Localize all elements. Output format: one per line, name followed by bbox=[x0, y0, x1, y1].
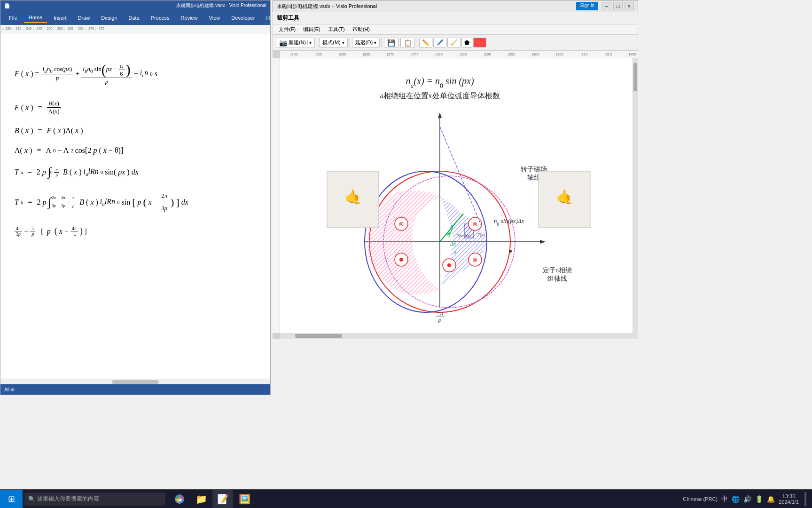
visio-main-area: |250 |255 |260 |265 |270 |275 |280 |285 … bbox=[273, 51, 638, 339]
network-icon[interactable]: 🌐 bbox=[732, 495, 740, 503]
save-icon: 💾 bbox=[387, 39, 395, 47]
system-clock[interactable]: 13:30 2024/1/1 bbox=[779, 493, 799, 505]
pen-icon: ✏️ bbox=[422, 39, 429, 46]
visio-horizontal-scrollbar[interactable] bbox=[280, 333, 638, 339]
word-title-bar: 📄 永磁同步电机建模.vsdx - Visio Professional bbox=[0, 0, 270, 11]
copy-button[interactable]: 📋 bbox=[400, 38, 415, 48]
chrome-icon bbox=[174, 493, 185, 505]
word-file-icon: 📄 bbox=[4, 3, 10, 8]
formula-Tb: Tb = 2p ∫ 2π 3p 2π 3p + π p bbox=[15, 190, 256, 214]
new-icon: 📷 bbox=[279, 39, 287, 47]
ruler: | -230| -235| -240| -245| -250| -255| -2… bbox=[0, 25, 270, 33]
show-desktop-button[interactable] bbox=[804, 492, 806, 506]
taskbar-tray: Chinese (PRC) 中 🌐 🔊 🔋 🔔 13:30 2024/1/1 bbox=[677, 492, 812, 506]
clip-tool-toolbar: 📷 新建(N) ▾ 模式(M) ▾ 延迟(D) ▾ 💾 📋 ✏️ 🖊️ 🧹 ⬟ bbox=[273, 35, 638, 51]
word-icon: 📝 bbox=[217, 493, 229, 505]
tab-file[interactable]: File bbox=[4, 13, 22, 23]
minimize-button[interactable]: − bbox=[602, 2, 611, 10]
visio-canvas[interactable]: na(x) = n0 sin (px) a相绕组在位置x处单位弧度导体根数 bbox=[280, 58, 632, 333]
word-horizontal-scrollbar[interactable] bbox=[0, 379, 270, 384]
visio-canvas-area: na(x) = n0 sin (px) a相绕组在位置x处单位弧度导体根数 bbox=[273, 58, 638, 333]
menu-tools[interactable]: 工具(T) bbox=[325, 25, 348, 34]
hand-icon-left: 🤙 bbox=[344, 189, 362, 206]
far-dot bbox=[509, 250, 512, 253]
cross-symbol-2: ⊗ bbox=[472, 256, 478, 263]
sign-in-button[interactable]: Sign in bbox=[576, 2, 598, 10]
explorer-icon: 📁 bbox=[195, 493, 207, 505]
taskbar-app4[interactable]: 🖼️ bbox=[234, 490, 255, 508]
menu-file[interactable]: 文件(F) bbox=[276, 25, 298, 34]
power-icon[interactable]: 🔋 bbox=[755, 495, 763, 503]
word-title-text: 永磁同步电机建模.vsdx - Visio Professional bbox=[176, 2, 266, 9]
separator-3 bbox=[382, 38, 382, 48]
x-axis-arrow bbox=[540, 240, 546, 244]
drawing-tools: ✏️ 🖊️ 🧹 ⬟ 📍 bbox=[419, 38, 486, 48]
tab-home[interactable]: Home bbox=[24, 13, 47, 23]
tab-data[interactable]: Data bbox=[124, 13, 144, 23]
extend-dropdown[interactable]: 延迟(D) ▾ bbox=[352, 38, 380, 48]
clip-tool-label: 截剪工具 bbox=[277, 14, 299, 22]
window-controls: Sign in − □ × bbox=[576, 2, 634, 10]
separator-4 bbox=[417, 38, 417, 48]
start-button[interactable]: ⊞ bbox=[0, 490, 23, 508]
pen-tool[interactable]: ✏️ bbox=[419, 38, 432, 48]
copy-icon: 📋 bbox=[404, 39, 412, 47]
conductor-formula-label: n0 sin(px)Δx bbox=[494, 217, 524, 227]
language-indicator[interactable]: Chinese (PRC) bbox=[683, 496, 718, 502]
cross-symbol-1: ⊗ bbox=[472, 220, 478, 228]
date-display: 2024/1/1 bbox=[779, 499, 799, 505]
h-scroll-thumb[interactable] bbox=[295, 334, 342, 338]
tab-process[interactable]: Process bbox=[146, 13, 174, 23]
tab-view[interactable]: View bbox=[204, 13, 225, 23]
eraser-tool[interactable]: 🧹 bbox=[447, 38, 461, 48]
tab-design[interactable]: Design bbox=[96, 13, 122, 23]
pin-tool[interactable]: 📍 bbox=[473, 38, 486, 48]
dot-symbol-1 bbox=[399, 258, 403, 262]
visio-vertical-ruler bbox=[273, 58, 280, 333]
word-scroll-thumb[interactable] bbox=[112, 380, 159, 384]
tab-draw[interactable]: Draw bbox=[73, 13, 95, 23]
menu-help[interactable]: 帮助(H) bbox=[350, 25, 373, 34]
volume-icon[interactable]: 🔊 bbox=[743, 495, 751, 503]
taskbar: ⊞ 🔍 这里输入你要搜索的内容 📁 📝 🖼️ Chi bbox=[0, 489, 812, 508]
menu-edit[interactable]: 编辑(E) bbox=[300, 25, 323, 34]
formula-F2: F(x) = B(x) Λ(x) bbox=[15, 100, 256, 115]
pencil-tool[interactable]: 🖊️ bbox=[433, 38, 446, 48]
visio-vertical-scrollbar[interactable] bbox=[632, 58, 638, 333]
ime-indicator[interactable]: 中 bbox=[721, 495, 728, 503]
tab-review[interactable]: Review bbox=[176, 13, 203, 23]
tab-developer[interactable]: Developer bbox=[226, 13, 259, 23]
eraser-icon: 🧹 bbox=[450, 39, 458, 46]
separator-2 bbox=[350, 38, 350, 48]
taskbar-word[interactable]: 📝 bbox=[212, 490, 233, 508]
p-denominator: p bbox=[438, 316, 442, 323]
extend-chevron-icon: ▾ bbox=[374, 40, 376, 45]
word-status-bar: All ⊕ bbox=[0, 384, 270, 395]
stator-axis-label: 定子a相绕 bbox=[543, 267, 572, 274]
fx-deltax-label: F(x+Δx) bbox=[456, 233, 471, 238]
taskbar-search-box[interactable]: 🔍 这里输入你要搜索的内容 bbox=[24, 492, 165, 506]
clip-tool-title: 截剪工具 bbox=[273, 12, 638, 24]
new-dropdown-icon[interactable]: ▾ bbox=[307, 40, 312, 45]
tab-help[interactable]: Help bbox=[261, 13, 271, 23]
shape-tool[interactable]: ⬟ bbox=[461, 38, 472, 48]
close-button[interactable]: × bbox=[625, 2, 634, 10]
page-indicator: All ⊕ bbox=[4, 387, 15, 392]
maximize-button[interactable]: □ bbox=[613, 2, 623, 10]
neg-pi-p-label: −π bbox=[437, 309, 443, 316]
taskbar-chrome[interactable] bbox=[169, 490, 190, 508]
taskbar-explorer[interactable]: 📁 bbox=[191, 490, 211, 508]
tab-insert[interactable]: Insert bbox=[49, 13, 71, 23]
new-button[interactable]: 📷 新建(N) ▾ bbox=[276, 38, 315, 48]
time-display: 13:30 bbox=[782, 493, 796, 499]
taskbar-apps: 📁 📝 🖼️ bbox=[169, 490, 255, 508]
pin-icon: 📍 bbox=[476, 39, 484, 46]
save-button[interactable]: 💾 bbox=[384, 38, 398, 48]
mode-dropdown[interactable]: 模式(M) ▾ bbox=[319, 38, 348, 48]
notification-icon[interactable]: 🔔 bbox=[767, 495, 775, 503]
v-scroll-thumb[interactable] bbox=[633, 63, 637, 91]
dot-symbol-2 bbox=[447, 263, 451, 267]
mode-chevron-icon: ▾ bbox=[342, 40, 344, 45]
cross-symbol-3: ⊗ bbox=[398, 220, 404, 228]
x-label: x bbox=[453, 248, 457, 255]
